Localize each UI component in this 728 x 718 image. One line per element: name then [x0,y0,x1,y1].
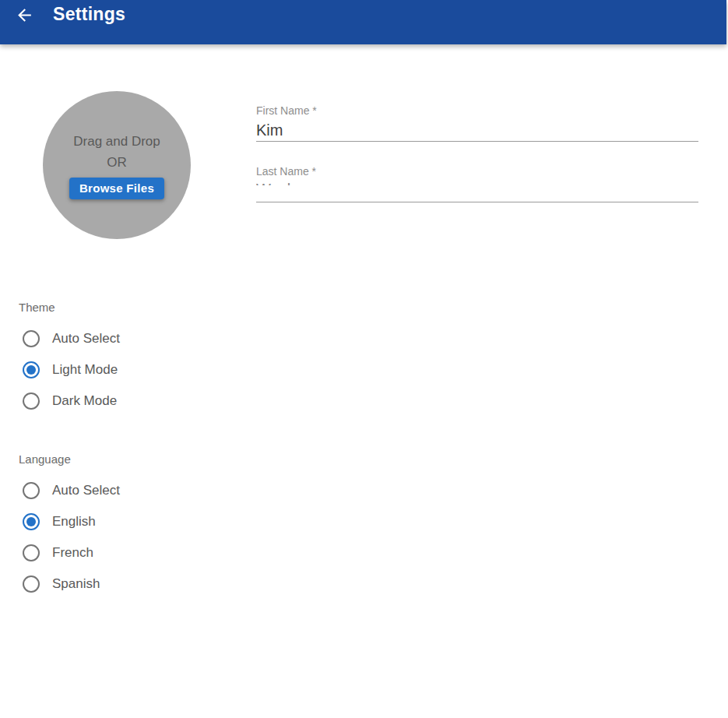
arrow-left-icon [15,5,34,25]
page-title: Settings [53,3,125,25]
profile-row: Drag and Drop OR Browse Files First Name… [43,91,728,239]
radio-option-label: Dark Mode [52,393,117,409]
avatar-dropzone[interactable]: Drag and Drop OR Browse Files [43,91,191,239]
radio-option-label: English [52,514,96,530]
radio-option-label: Spanish [52,576,100,592]
language-section-label: Language [19,452,728,466]
last-name-value-text: Wexler [256,180,698,185]
radio-option-label: Light Mode [52,362,118,378]
radio-button-icon [23,392,40,410]
radio-option-french[interactable]: French [19,537,728,568]
radio-option-label: Auto Select [52,331,120,347]
radio-option-label: Auto Select [52,483,120,498]
last-name-field: Last Name * Wexler [256,165,698,202]
radio-option-light-mode[interactable]: Light Mode [19,354,728,385]
browse-files-button[interactable]: Browse Files [69,178,164,199]
radio-option-dark-mode[interactable]: Dark Mode [19,385,728,417]
first-name-label: First Name * [256,104,698,117]
language-radio-group: Auto Select English French Spanish [19,475,728,600]
settings-content: Drag and Drop OR Browse Files First Name… [0,91,728,600]
dropzone-text-line1: Drag and Drop [73,131,160,152]
first-name-field: First Name * [256,104,698,142]
back-button[interactable] [14,5,34,25]
radio-button-icon [23,575,40,593]
radio-option-english[interactable]: English [19,506,728,537]
language-section: Language Auto Select English French Span… [19,452,728,600]
theme-section: Theme Auto Select Light Mode Dark Mode [19,301,728,417]
last-name-label: Last Name * [256,165,698,178]
dropzone-text-line2: OR [107,152,127,173]
name-fields: First Name * Last Name * Wexler [256,91,698,226]
theme-radio-group: Auto Select Light Mode Dark Mode [19,323,728,417]
radio-button-icon [23,482,40,499]
theme-section-label: Theme [19,301,728,315]
radio-button-icon [23,544,40,561]
last-name-input[interactable]: Wexler [256,180,698,202]
radio-option-spanish[interactable]: Spanish [19,568,728,600]
radio-button-icon [23,330,40,347]
radio-button-icon [23,361,40,378]
radio-button-icon [23,513,40,530]
radio-option-label: French [52,545,93,561]
settings-page: Settings Drag and Drop OR Browse Files F… [0,0,728,718]
first-name-input[interactable] [256,119,698,141]
last-name-clipped-value: Wexler [256,180,698,185]
radio-option-auto-select[interactable]: Auto Select [19,323,728,354]
radio-option-auto-select[interactable]: Auto Select [19,475,728,506]
app-bar: Settings [0,0,726,44]
